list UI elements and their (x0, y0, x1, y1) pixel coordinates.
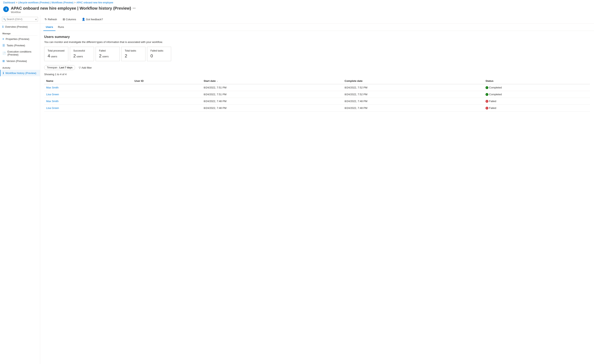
completed-icon: ✓ (486, 86, 488, 89)
card-total-tasks: Total tasks 2 (121, 47, 145, 61)
card-failed-tasks-value: 0 (150, 53, 168, 58)
sidebar-item-workflow-history[interactable]: ℹ Workflow history (Preview) (0, 70, 40, 76)
collapse-sidebar-button[interactable]: « (35, 18, 37, 21)
table-row: Max Smith8/24/2022, 7:48 PM8/24/2022, 7:… (44, 98, 590, 105)
user-name-link[interactable]: Max Smith (46, 86, 58, 89)
card-failed-value: 2 users (99, 53, 116, 58)
cell-complete-date: 8/24/2022, 7:48 PM (343, 98, 484, 105)
sidebar-manage-section: Manage (0, 30, 40, 35)
tab-runs[interactable]: Runs (55, 23, 66, 31)
tab-users[interactable]: Users (43, 23, 55, 31)
cell-complete-date: 8/24/2022, 7:52 PM (343, 91, 484, 98)
sidebar-workflow-history-label: Workflow history (Preview) (5, 72, 36, 75)
cell-name: Max Smith (44, 84, 132, 91)
tasks-icon: ☰ (2, 44, 5, 47)
sidebar-item-version[interactable]: ⊞ Version (Preview) (0, 58, 40, 64)
user-name-link[interactable]: Lisa Green (46, 106, 59, 110)
columns-button[interactable]: ⊞ Columns (61, 17, 77, 22)
completed-icon: ✓ (486, 93, 488, 96)
section-description: You can monitor and investigate the diff… (44, 40, 590, 44)
sidebar-item-execution[interactable]: 📄 Execution conditions (Preview) (0, 49, 40, 58)
search-input[interactable] (2, 17, 38, 22)
summary-cards: Total processed 4 users Successful 2 use… (44, 47, 590, 61)
timespan-value: Last 7 days (59, 66, 72, 69)
sidebar-overview-label: Overview (Preview) (5, 25, 28, 28)
card-failed-title: Failed (99, 49, 116, 52)
feedback-icon: 👤 (82, 18, 85, 21)
cell-complete-date: 8/24/2022, 7:48 PM (343, 105, 484, 111)
breadcrumb-sep-2: > (74, 1, 75, 4)
card-successful: Successful 2 users (70, 47, 94, 61)
cell-start-date: 8/24/2022, 7:48 PM (202, 105, 343, 111)
sidebar-item-tasks[interactable]: ☰ Tasks (Preview) (0, 42, 40, 49)
sidebar-search-wrapper: 🔍 « (2, 17, 38, 22)
timespan-label: Timespan (47, 66, 57, 69)
card-successful-value: 2 users (73, 53, 91, 58)
cell-name: Lisa Green (44, 105, 132, 111)
cell-status: ✕Failed (484, 98, 590, 105)
card-total-processed: Total processed 4 users (44, 47, 68, 61)
data-table: Name User ID Start date ↓ Complete date … (44, 78, 590, 111)
search-icon: 🔍 (3, 18, 6, 21)
card-total-tasks-value: 2 (125, 53, 142, 58)
col-start-date[interactable]: Start date ↓ (202, 78, 343, 84)
col-status[interactable]: Status (484, 78, 590, 84)
card-total-processed-title: Total processed (47, 49, 65, 52)
filter-icon: ▽ (79, 66, 81, 69)
sidebar: 🔍 « ℹ Overview (Preview) Manage ≡ Proper… (0, 15, 40, 364)
col-complete-date[interactable]: Complete date (343, 78, 484, 84)
cell-start-date: 8/24/2022, 7:51 PM (202, 91, 343, 98)
add-filter-button[interactable]: ▽ Add filter (77, 65, 93, 70)
table-row: Lisa Green8/24/2022, 7:48 PM8/24/2022, 7… (44, 105, 590, 111)
page-header-text: APAC onboard new hire employee | Workflo… (11, 6, 135, 14)
cell-name: Lisa Green (44, 91, 132, 98)
col-user-id[interactable]: User ID (132, 78, 202, 84)
breadcrumb-lifecycle[interactable]: Lifecycle workflows (Preview) | Workflow… (18, 1, 74, 4)
failed-icon: ✕ (486, 100, 488, 103)
sidebar-version-label: Version (Preview) (7, 59, 27, 63)
section-title: Users summary (44, 35, 590, 39)
page-ellipsis-menu[interactable]: ··· (133, 6, 135, 10)
status-label: Completed (489, 86, 502, 89)
cell-user-id (132, 98, 202, 105)
tabs: Users Runs (40, 23, 594, 31)
feedback-button[interactable]: 👤 Got feedback? (81, 17, 104, 22)
version-icon: ⊞ (2, 59, 5, 63)
page-title: APAC onboard new hire employee | Workflo… (11, 6, 135, 11)
user-name-link[interactable]: Lisa Green (46, 93, 59, 96)
card-total-tasks-title: Total tasks (125, 49, 142, 52)
sidebar-properties-label: Properties (Preview) (6, 38, 29, 40)
cell-user-id (132, 105, 202, 111)
info-icon: ℹ (2, 25, 3, 28)
properties-icon: ≡ (2, 37, 4, 40)
sidebar-item-overview[interactable]: ℹ Overview (Preview) (0, 23, 40, 30)
sidebar-execution-label: Execution conditions (Preview) (7, 50, 38, 56)
breadcrumb-dashboard[interactable]: Dashboard (3, 1, 15, 4)
cell-start-date: 8/24/2022, 7:48 PM (202, 98, 343, 105)
card-failed: Failed 2 users (96, 47, 120, 61)
breadcrumb-sep-1: > (16, 1, 17, 4)
cell-status: ✕Failed (484, 105, 590, 111)
refresh-icon: ↻ (45, 18, 47, 21)
workflow-history-icon: ℹ (3, 72, 4, 75)
card-successful-title: Successful (73, 49, 91, 52)
cell-complete-date: 8/24/2022, 7:52 PM (343, 84, 484, 91)
cell-start-date: 8/24/2022, 7:51 PM (202, 84, 343, 91)
sidebar-item-properties[interactable]: ≡ Properties (Preview) (0, 36, 40, 42)
cell-status: ✓Completed (484, 84, 590, 91)
page-subtitle: Workflow (11, 11, 135, 14)
sort-arrow: ↓ (217, 80, 218, 82)
status-label: Failed (489, 106, 496, 110)
page-header-icon: ℹ (3, 6, 9, 12)
cell-status: ✓Completed (484, 91, 590, 98)
columns-icon: ⊞ (63, 18, 65, 21)
timespan-filter[interactable]: Timespan : Last 7 days (44, 65, 75, 70)
breadcrumb-apac[interactable]: APAC onboard new hire employee (76, 1, 113, 4)
refresh-button[interactable]: ↻ Refresh (43, 17, 58, 22)
user-name-link[interactable]: Max Smith (46, 100, 58, 103)
status-label: Failed (489, 100, 496, 103)
breadcrumb: Dashboard > Lifecycle workflows (Preview… (0, 0, 594, 5)
failed-icon: ✕ (486, 107, 488, 110)
page-header: ℹ APAC onboard new hire employee | Workf… (0, 5, 594, 15)
col-name[interactable]: Name (44, 78, 132, 84)
